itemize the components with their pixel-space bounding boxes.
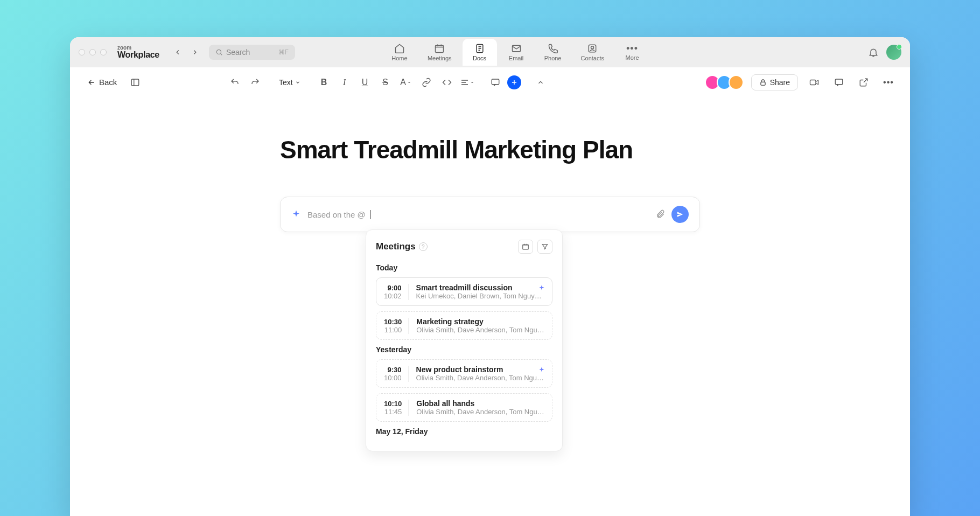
ai-prompt-text[interactable]: Based on the @ (307, 210, 649, 219)
help-icon[interactable]: ? (419, 242, 428, 251)
search-placeholder: Search (226, 48, 250, 57)
redo-button[interactable] (247, 74, 264, 91)
nav-back[interactable] (170, 45, 185, 60)
tab-home[interactable]: Home (382, 39, 417, 66)
meeting-name: Global all hands (416, 399, 544, 408)
contacts-icon (587, 43, 598, 54)
meeting-start-time: 9:30 (388, 366, 402, 374)
filter-button[interactable] (537, 240, 552, 254)
notifications-button[interactable] (868, 47, 879, 58)
svg-rect-8 (761, 82, 765, 85)
history-nav (170, 45, 202, 60)
calendar-button[interactable] (518, 240, 533, 254)
sparkle-icon (291, 210, 301, 219)
chat-icon (834, 78, 844, 87)
window-close[interactable] (79, 49, 85, 55)
tab-contacts[interactable]: Contacts (572, 39, 613, 66)
tab-docs[interactable]: Docs (463, 39, 497, 66)
nav-forward[interactable] (187, 45, 202, 60)
collaborator-avatars[interactable] (708, 75, 744, 90)
doc-content-area: Back Text B I U S A (70, 67, 910, 516)
text-style-dropdown[interactable]: Text (275, 76, 305, 89)
video-icon (809, 78, 819, 87)
meeting-item[interactable]: 9:00 10:02 Smart treadmill discussion Ke… (376, 277, 552, 306)
bold-button[interactable]: B (316, 74, 333, 91)
meeting-start-time: 10:30 (384, 318, 402, 326)
chat-button[interactable] (830, 74, 848, 91)
svg-rect-1 (436, 45, 444, 52)
send-icon (676, 211, 684, 218)
doc-toolbar-right: Share ••• (708, 74, 897, 91)
chevron-down-icon (295, 80, 300, 85)
svg-rect-9 (810, 80, 816, 85)
meeting-item[interactable]: 10:10 11:45 Global all hands Olivia Smit… (376, 393, 552, 422)
meeting-name: Marketing strategy (416, 317, 544, 326)
svg-point-5 (591, 46, 594, 49)
tab-more[interactable]: ••• More (615, 39, 649, 66)
tab-meetings[interactable]: Meetings (419, 39, 460, 66)
text-color-icon: A (400, 78, 411, 87)
ai-prompt-box[interactable]: Based on the @ Meetings ? (280, 197, 700, 232)
meeting-time: 9:00 10:02 (384, 284, 409, 300)
svg-rect-7 (492, 79, 499, 85)
tab-email[interactable]: Email (499, 39, 534, 66)
italic-button[interactable]: I (336, 74, 353, 91)
search-input[interactable]: Search ⌘F (209, 45, 295, 60)
popover-header: Meetings ? (376, 240, 552, 254)
collaborator-avatar (729, 75, 744, 90)
more-icon: ••• (626, 44, 638, 53)
doc-toolbar: Back Text B I U S A (70, 67, 910, 97)
app-window: zoom Workplace Search ⌘F Home Meetings (70, 37, 910, 516)
meeting-start-time: 9:00 (388, 284, 402, 292)
strike-button[interactable]: S (377, 74, 394, 91)
meeting-info: New product brainstorm Olivia Smith, Dav… (416, 365, 544, 382)
sidebar-toggle[interactable] (127, 74, 144, 91)
ellipsis-icon: ••• (883, 78, 894, 87)
share-button[interactable]: Share (751, 74, 798, 90)
meeting-start-time: 10:10 (384, 400, 402, 408)
tab-phone[interactable]: Phone (536, 39, 570, 66)
link-icon (422, 78, 431, 87)
text-color-button[interactable]: A (397, 74, 415, 91)
insert-button[interactable] (507, 75, 521, 89)
more-options-button[interactable]: ••• (880, 74, 897, 91)
code-icon (442, 78, 452, 87)
window-minimize[interactable] (89, 49, 96, 55)
search-shortcut: ⌘F (278, 48, 289, 56)
align-button[interactable] (459, 74, 476, 91)
meeting-info: Global all hands Olivia Smith, Dave Ande… (416, 399, 544, 416)
lock-icon (759, 79, 767, 86)
paperclip-icon (655, 210, 665, 219)
document-title[interactable]: Smart Treadmill Marketing Plan (280, 135, 700, 164)
meeting-item[interactable]: 9:30 10:00 New product brainstorm Olivia… (376, 359, 552, 388)
profile-avatar[interactable] (886, 45, 901, 60)
meeting-end-time: 10:00 (384, 374, 402, 382)
undo-button[interactable] (226, 74, 243, 91)
attach-button[interactable] (655, 210, 665, 219)
meeting-name: New product brainstorm (416, 365, 544, 374)
video-button[interactable] (806, 74, 823, 91)
link-button[interactable] (418, 74, 435, 91)
window-maximize[interactable] (100, 49, 107, 55)
home-icon (394, 43, 405, 54)
code-button[interactable] (438, 74, 456, 91)
comment-icon (491, 78, 500, 87)
open-external-button[interactable] (855, 74, 872, 91)
external-icon (859, 78, 869, 87)
svg-rect-6 (132, 79, 139, 86)
underline-icon: U (362, 78, 368, 87)
bell-icon (868, 47, 879, 58)
ai-sparkle-icon (538, 284, 545, 292)
comment-button[interactable] (487, 74, 504, 91)
strike-icon: S (382, 78, 388, 87)
date-group-label: Yesterday (376, 345, 552, 354)
formatting-controls: Text B I U S A (226, 74, 549, 91)
search-icon (215, 48, 223, 56)
back-button[interactable]: Back (83, 75, 121, 89)
undo-icon (230, 78, 240, 87)
send-button[interactable] (671, 206, 689, 223)
meeting-item[interactable]: 10:30 11:00 Marketing strategy Olivia Sm… (376, 311, 552, 340)
svg-point-0 (216, 50, 221, 54)
underline-button[interactable]: U (356, 74, 374, 91)
collapse-button[interactable] (532, 74, 549, 91)
